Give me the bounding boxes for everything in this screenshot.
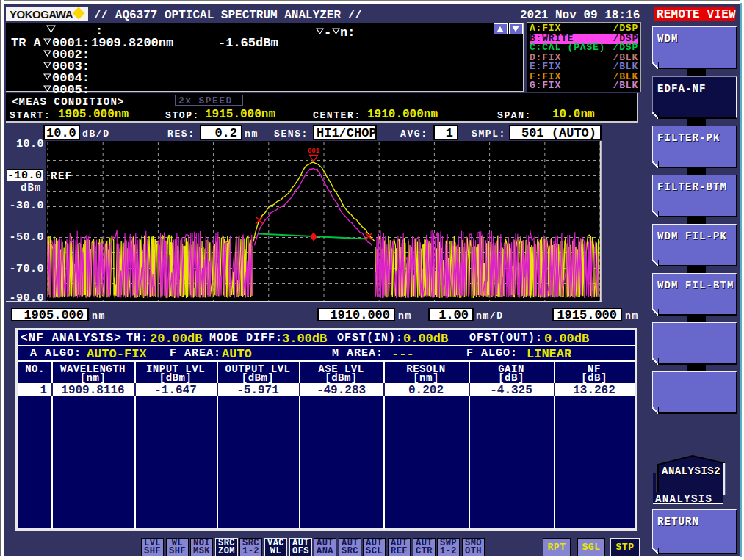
svg-text:001: 001 xyxy=(308,148,320,155)
